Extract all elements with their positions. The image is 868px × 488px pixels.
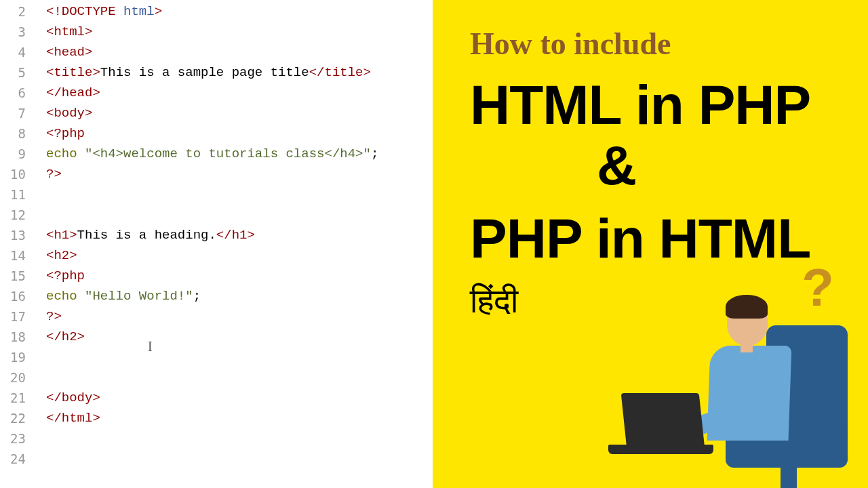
line-number: 23 — [0, 428, 26, 449]
line-number: 10 — [0, 164, 26, 184]
code-line: <!DOCTYPE html> — [34, 1, 433, 22]
code-line: <html> — [34, 22, 433, 42]
code-line: <head> — [34, 42, 433, 62]
code-line — [34, 449, 433, 469]
code-line: ?> — [34, 164, 433, 184]
laptop-screen-shape — [621, 393, 705, 449]
code-line: </h2> — [34, 327, 433, 347]
code-line: <?php — [34, 123, 433, 144]
line-number: 6 — [0, 83, 26, 103]
code-line: <body> — [34, 103, 433, 123]
laptop-base-shape — [608, 445, 713, 454]
code-line — [34, 428, 433, 449]
line-number: 19 — [0, 347, 26, 367]
line-number: 12 — [0, 205, 26, 225]
person-hair-shape — [726, 295, 768, 319]
code-line: echo "<h4>welcome to tutorials class</h4… — [34, 144, 433, 164]
line-number: 5 — [0, 62, 26, 83]
line-number: 8 — [0, 123, 26, 144]
line-number: 17 — [0, 306, 26, 327]
banner-title-line-1: HTML in PHP — [470, 75, 831, 136]
banner-title-line-2: PHP in HTML — [470, 209, 831, 269]
line-number: 14 — [0, 245, 26, 266]
code-line — [34, 184, 433, 205]
chair-pole-shape — [781, 461, 797, 488]
banner-ampersand: & — [402, 136, 831, 196]
line-number: 22 — [0, 408, 26, 428]
code-line — [34, 347, 433, 367]
banner-subtitle: How to include — [470, 26, 831, 62]
person-ear-shape — [761, 321, 768, 331]
code-line — [34, 205, 433, 225]
code-line: <h2> — [34, 245, 433, 266]
line-number: 2 — [0, 1, 26, 22]
text-cursor-icon: I — [148, 339, 153, 354]
code-line: </body> — [34, 388, 433, 408]
line-number: 15 — [0, 266, 26, 286]
code-line — [34, 367, 433, 388]
code-line: echo "Hello World!"; — [34, 286, 433, 306]
line-number: 3 — [0, 22, 26, 42]
line-number: 16 — [0, 286, 26, 306]
line-number: 18 — [0, 327, 26, 347]
line-number: 4 — [0, 42, 26, 62]
line-number: 24 — [0, 449, 26, 469]
line-number: 13 — [0, 225, 26, 245]
line-number-gutter: 2 3 4 5 6 7 8 9 10 11 12 13 14 15 16 17 … — [0, 0, 34, 488]
code-editor-panel: 2 3 4 5 6 7 8 9 10 11 12 13 14 15 16 17 … — [0, 0, 433, 488]
banner-panel: How to include HTML in PHP & PHP in HTML… — [433, 0, 868, 488]
line-number: 9 — [0, 144, 26, 164]
person-laptop-illustration: ? — [590, 291, 848, 488]
code-line: <title>This is a sample page title</titl… — [34, 62, 433, 83]
code-area[interactable]: <!DOCTYPE html> <html> <head> <title>Thi… — [34, 0, 433, 488]
code-line: </html> — [34, 408, 433, 428]
line-number: 20 — [0, 367, 26, 388]
code-line: ?> — [34, 306, 433, 327]
line-number: 7 — [0, 103, 26, 123]
code-line: </head> — [34, 83, 433, 103]
line-number: 21 — [0, 388, 26, 408]
code-line: <?php — [34, 266, 433, 286]
question-mark-icon: ? — [802, 257, 834, 319]
line-number: 11 — [0, 184, 26, 205]
code-line: <h1>This is a heading.</h1> — [34, 225, 433, 245]
